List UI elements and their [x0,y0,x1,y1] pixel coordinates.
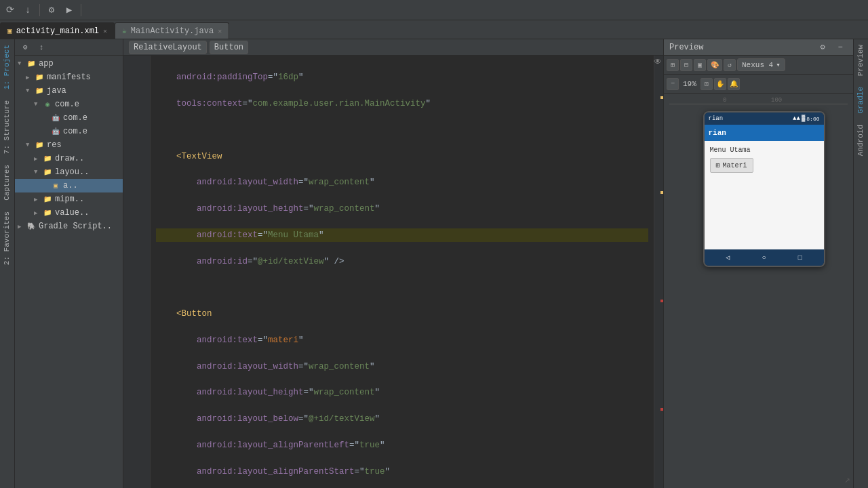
code-line-8: android:id="@+id/textView" /> [156,255,648,268]
resize-handle[interactable]: ↗ [845,474,850,485]
vtab-gradle-right[interactable]: Gradle [854,81,868,119]
tree-item-app[interactable]: ▼ 📁 app [15,57,123,70]
tab-java[interactable]: ☕ MainActivity.java ✕ [115,22,229,39]
tab-java-close[interactable]: ✕ [218,27,222,35]
tab-bar: ▣ activity_main.xml ✕ ☕ MainActivity.jav… [0,20,868,39]
tree-arrow-mipmap: ▶ [34,196,42,203]
preview-panel: Preview ⚙ − ⊞ ⊟ ▣ 🎨 ↺ Nexus 4 ▾ [663,39,853,488]
project-toolbar-icon-2[interactable]: ↕ [34,40,49,55]
code-line-9 [156,281,648,295]
ruler-mark-100: 100 [726,97,782,104]
tree-item-java[interactable]: ▼ 📁 java [15,84,123,98]
project-panel: ⚙ ↕ ▼ 📁 app ▶ 📁 manifests ▼ [15,39,123,488]
tree-item-drawable[interactable]: ▶ 📁 draw.. [15,152,123,165]
code-line-14: android:layout_below="@+id/textView" [156,413,648,426]
package-icon-1: ◉ [42,99,53,110]
code-line-5: android:layout_width="wrap_content" [156,176,648,190]
project-tree: ▼ 📁 app ▶ 📁 manifests ▼ 📁 java [15,56,123,488]
tree-arrow-app: ▼ [18,60,26,67]
preview-collapse-btn[interactable]: − [833,40,848,55]
device-status-icons: ▲▲ ▓ 8:00 [793,115,819,122]
preview-bell-btn[interactable]: 🔔 [728,78,740,90]
gutter-mark-yellow-1 [660,96,663,99]
toolbar-separator-1 [39,4,40,16]
vtab-favorites[interactable]: 2: Favorites [0,206,14,270]
vtab-project[interactable]: 1: Project [0,39,14,95]
left-vtabs: 1: Project 7: Structure Captures 2: Favo… [0,39,15,488]
tree-label-com2: com.e [63,113,87,123]
tree-arrow-layout: ▼ [34,169,42,176]
xml-file-icon-tree: ▣ [50,180,61,191]
tree-item-com2[interactable]: 🤖 com.e [15,111,123,125]
tree-label-values: value.. [55,208,89,218]
preview-zoom-out-btn[interactable]: − [667,78,679,90]
device-container: rian ▲▲ ▓ 8:00 rian [680,111,848,267]
toolbar-icon-run[interactable]: ⟳ [3,3,18,18]
tab-xml-close[interactable]: ✕ [103,27,107,35]
tree-item-gradle[interactable]: ▶ 🐘 Gradle Script.. [15,220,123,233]
device-time: 8:00 [806,116,819,122]
code-line-4: <TextView [156,150,648,163]
preview-hand-tool-btn[interactable]: ✋ [714,78,726,90]
folder-layout-icon: 📁 [42,167,53,178]
xml-file-icon: ▣ [7,26,12,35]
tree-arrow-drawable: ▶ [34,155,42,163]
project-toolbar-icon-1[interactable]: ⚙ [18,40,33,55]
tree-arrow-res: ▼ [26,142,34,148]
tree-item-res[interactable]: ▼ 📁 res [15,138,123,152]
line-numbers [123,56,151,488]
main-area: 1: Project 7: Structure Captures 2: Favo… [0,39,868,488]
device-app-name: rian [709,115,724,122]
breadcrumb-button[interactable]: Button [210,41,248,54]
toolbar-icon-sync[interactable]: ↓ [20,3,35,18]
tree-item-mipmap[interactable]: ▶ 📁 mipm.. [15,192,123,206]
preview-grid-icon-2[interactable]: ⊟ [680,59,692,71]
tree-arrow-manifests: ▶ [26,74,34,81]
project-panel-toolbar: ⚙ ↕ [15,39,123,56]
code-line-15: android:layout_alignParentLeft="true" [156,439,648,452]
vtab-structure[interactable]: 7: Structure [0,95,14,159]
breadcrumb-bar: RelativeLayout Button [123,39,663,56]
preview-settings-btn[interactable]: ⚙ [815,40,830,55]
device-recents-btn[interactable]: □ [795,253,805,262]
toolbar-icon-settings[interactable]: ⚙ [44,3,59,18]
vtab-preview-right[interactable]: Preview [854,39,868,81]
preview-header: Preview ⚙ − [664,39,853,56]
tree-arrow-java: ▼ [26,87,34,94]
preview-rotate-btn[interactable]: ↺ [724,59,736,71]
nexus-dropdown[interactable]: Nexus 4 ▾ [737,58,785,71]
preview-theme-btn[interactable]: 🎨 [707,59,722,71]
preview-header-actions: ⚙ − [815,40,848,55]
vtab-captures[interactable]: Captures [0,159,14,206]
gutter-eye-icon[interactable]: 👁 [654,57,662,67]
preview-with-ruler: rian ▲▲ ▓ 8:00 rian [669,111,848,267]
folder-values-icon: 📁 [42,207,53,218]
ruler-mark-0: 0 [669,97,726,104]
preview-title: Preview [669,43,703,52]
tree-item-values[interactable]: ▶ 📁 value.. [15,206,123,220]
code-line-7: android:text="Menu Utama" [156,228,648,242]
preview-zoom-fit-btn[interactable]: ⊡ [701,78,713,90]
tree-item-com3[interactable]: 🤖 com.e [15,125,123,138]
device-home-btn[interactable]: ○ [759,253,768,262]
tree-item-layout[interactable]: ▼ 📁 layou.. [15,165,123,179]
vtab-android-right[interactable]: Android [854,119,868,161]
ruler-bar: 0 100 [669,94,848,104]
tab-xml[interactable]: ▣ activity_main.xml ✕ [0,22,115,39]
tree-item-com1[interactable]: ▼ ◉ com.e [15,98,123,111]
preview-grid-icon-3[interactable]: ▣ [694,59,706,71]
preview-grid-icon-1[interactable]: ⊞ [667,59,679,71]
device-btn-icon: ⊞ [716,161,720,169]
tree-arrow-values: ▶ [34,209,42,217]
toolbar-icon-run2[interactable]: ▶ [62,3,77,18]
right-vtabs: Preview Gradle Android [853,39,868,488]
tree-item-activity-main[interactable]: ▣ a.. [15,179,123,192]
gutter-mark-red-2 [660,408,663,411]
preview-content: rian ▲▲ ▓ 8:00 rian [664,106,853,488]
tree-item-manifests[interactable]: ▶ 📁 manifests [15,70,123,84]
device-back-btn[interactable]: ◁ [723,253,732,262]
code-content[interactable]: android:paddingTop="16dp" tools:context=… [151,56,654,488]
tree-label-mipmap: mipm.. [55,195,84,204]
breadcrumb-relativelayout[interactable]: RelativeLayout [129,41,207,54]
tree-label-res: res [47,140,62,150]
